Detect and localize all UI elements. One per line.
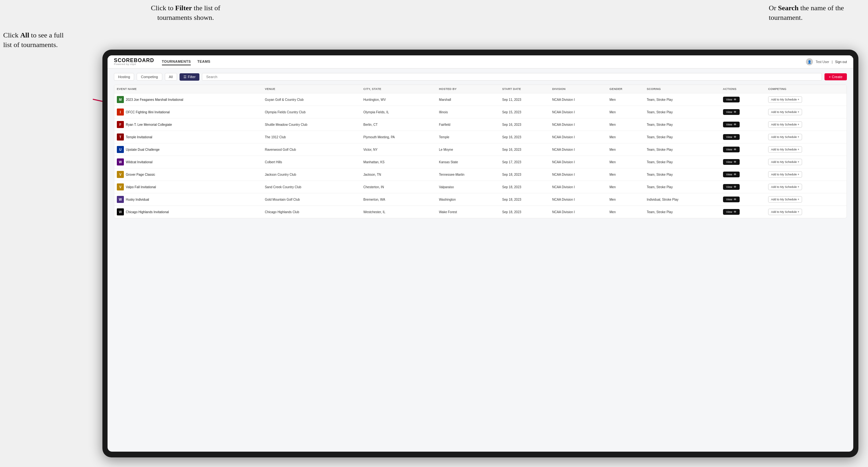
cell-hosted-4: Le Moyne — [437, 144, 500, 156]
hosting-tab[interactable]: Hosting — [114, 73, 134, 81]
view-button-9[interactable]: View 👁 — [723, 209, 740, 215]
cell-date-3: Sep 16, 2023 — [500, 131, 550, 144]
add-schedule-button-2[interactable]: Add to My Schedule + — [768, 121, 802, 128]
view-button-4[interactable]: View 👁 — [723, 147, 740, 152]
cell-city-6: Jackson, TN — [361, 168, 436, 181]
col-actions: ACTIONS — [720, 85, 766, 93]
view-button-6[interactable]: View 👁 — [723, 172, 740, 177]
cell-hosted-3: Temple — [437, 131, 500, 144]
col-venue: VENUE — [262, 85, 361, 93]
cell-venue-7: Sand Creek Country Club — [262, 181, 361, 193]
add-schedule-button-7[interactable]: Add to My Schedule + — [768, 184, 802, 190]
cell-city-1: Olympia Fields, IL — [361, 106, 436, 118]
cell-venue-3: The 1912 Club — [262, 131, 361, 144]
cell-date-4: Sep 16, 2023 — [500, 144, 550, 156]
search-annotation: Or Search the name of the tournament. — [769, 3, 859, 22]
event-name-text-8: Husky Individual — [126, 198, 149, 201]
cell-city-5: Manhattan, KS — [361, 156, 436, 168]
cell-scoring-3: Team, Stroke Play — [644, 131, 720, 144]
cell-gender-7: Men — [607, 181, 644, 193]
cell-event-name-7: V Valpo Fall Invitational — [114, 181, 262, 193]
view-button-1[interactable]: View 👁 — [723, 109, 740, 115]
eye-icon-4: 👁 — [734, 148, 737, 151]
cell-competing-2: Add to My Schedule + — [766, 118, 846, 131]
cell-city-7: Chesterton, IN — [361, 181, 436, 193]
table-row: W Husky Individual Gold Mountain Golf Cl… — [114, 193, 846, 206]
filter-button[interactable]: ☰ Filter — [180, 73, 199, 81]
nav-teams[interactable]: TEAMS — [197, 58, 210, 65]
col-hosted-by: HOSTED BY — [437, 85, 500, 93]
all-tab[interactable]: All — [165, 73, 177, 81]
cell-event-name-8: W Husky Individual — [114, 193, 262, 206]
view-button-2[interactable]: View 👁 — [723, 122, 740, 127]
cell-gender-3: Men — [607, 131, 644, 144]
cell-city-9: Westchester, IL — [361, 206, 436, 218]
eye-icon-2: 👁 — [734, 123, 737, 126]
cell-actions-4: View 👁 — [720, 144, 766, 156]
cell-gender-1: Men — [607, 106, 644, 118]
table-row: F Ryan T. Lee Memorial Collegiate Shuttl… — [114, 118, 846, 131]
competing-tab[interactable]: Competing — [137, 73, 162, 81]
add-schedule-button-1[interactable]: Add to My Schedule + — [768, 109, 802, 115]
search-input[interactable] — [202, 73, 822, 81]
cell-date-6: Sep 18, 2023 — [500, 168, 550, 181]
cell-hosted-9: Wake Forest — [437, 206, 500, 218]
cell-gender-8: Men — [607, 193, 644, 206]
add-schedule-button-5[interactable]: Add to My Schedule + — [768, 159, 802, 165]
cell-hosted-5: Kansas State — [437, 156, 500, 168]
cell-city-4: Victor, NY — [361, 144, 436, 156]
nav-tournaments[interactable]: TOURNAMENTS — [162, 58, 191, 65]
cell-scoring-4: Team, Stroke Play — [644, 144, 720, 156]
add-schedule-button-8[interactable]: Add to My Schedule + — [768, 196, 802, 203]
cell-division-8: NCAA Division I — [550, 193, 607, 206]
cell-venue-6: Jackson Country Club — [262, 168, 361, 181]
cell-division-9: NCAA Division I — [550, 206, 607, 218]
create-button[interactable]: + Create — [825, 73, 847, 80]
add-schedule-button-4[interactable]: Add to My Schedule + — [768, 146, 802, 153]
view-button-8[interactable]: View 👁 — [723, 196, 740, 202]
col-event-name: EVENT NAME — [114, 85, 262, 93]
all-annotation: Click All to see a full list of tourname… — [3, 30, 73, 49]
cell-division-5: NCAA Division I — [550, 156, 607, 168]
table-row: M 2023 Joe Feaganes Marshall Invitationa… — [114, 93, 846, 106]
cell-venue-2: Shuttle Meadow Country Club — [262, 118, 361, 131]
cell-hosted-7: Valparaiso — [437, 181, 500, 193]
cell-division-3: NCAA Division I — [550, 131, 607, 144]
cell-venue-9: Chicago Highlands Club — [262, 206, 361, 218]
signout-link[interactable]: Sign out — [835, 60, 847, 64]
cell-scoring-8: Individual, Stroke Play — [644, 193, 720, 206]
nav-right: 👤 Test User | Sign out — [806, 58, 847, 65]
add-schedule-button-9[interactable]: Add to My Schedule + — [768, 209, 802, 215]
view-button-3[interactable]: View 👁 — [723, 134, 740, 140]
cell-scoring-7: Team, Stroke Play — [644, 181, 720, 193]
cell-event-name-9: W Chicago Highlands Invitational — [114, 206, 262, 218]
eye-icon-8: 👁 — [734, 198, 737, 201]
cell-venue-0: Guyan Golf & Country Club — [262, 93, 361, 106]
view-button-0[interactable]: View 👁 — [723, 97, 740, 102]
cell-hosted-2: Fairfield — [437, 118, 500, 131]
cell-date-8: Sep 18, 2023 — [500, 193, 550, 206]
add-schedule-button-6[interactable]: Add to My Schedule + — [768, 171, 802, 178]
cell-actions-1: View 👁 — [720, 106, 766, 118]
add-schedule-button-0[interactable]: Add to My Schedule + — [768, 96, 802, 103]
cell-gender-5: Men — [607, 156, 644, 168]
cell-hosted-1: Illinois — [437, 106, 500, 118]
eye-icon-9: 👁 — [734, 210, 737, 214]
cell-scoring-0: Team, Stroke Play — [644, 93, 720, 106]
add-schedule-button-3[interactable]: Add to My Schedule + — [768, 134, 802, 140]
cell-gender-0: Men — [607, 93, 644, 106]
cell-competing-1: Add to My Schedule + — [766, 106, 846, 118]
view-button-5[interactable]: View 👁 — [723, 159, 740, 165]
eye-icon-5: 👁 — [734, 160, 737, 163]
cell-competing-5: Add to My Schedule + — [766, 156, 846, 168]
event-name-text-6: Grover Page Classic — [126, 173, 155, 176]
cell-actions-7: View 👁 — [720, 181, 766, 193]
cell-scoring-2: Team, Stroke Play — [644, 118, 720, 131]
col-city-state: CITY, STATE — [361, 85, 436, 93]
cell-city-2: Berlin, CT — [361, 118, 436, 131]
cell-division-0: NCAA Division I — [550, 93, 607, 106]
filter-bar: Hosting Competing All ☰ Filter + Create — [114, 73, 847, 81]
view-button-7[interactable]: View 👁 — [723, 184, 740, 190]
col-competing: COMPETING — [766, 85, 846, 93]
cell-date-5: Sep 17, 2023 — [500, 156, 550, 168]
